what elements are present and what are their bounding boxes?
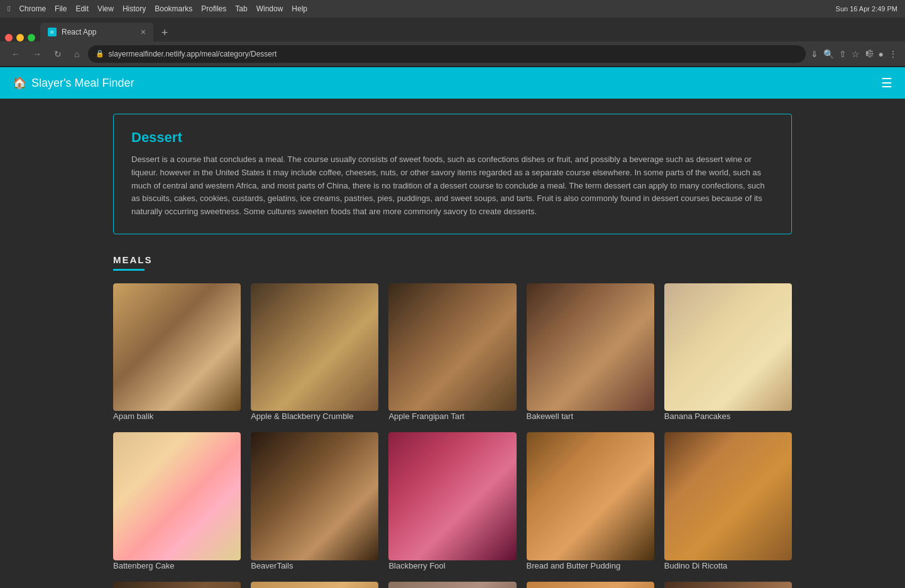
zoom-icon[interactable]: 🔍 <box>823 49 834 59</box>
os-menu-edit[interactable]: Edit <box>75 4 89 13</box>
meal-card[interactable]: Budino Di Ricotta <box>664 432 792 571</box>
meal-image <box>527 582 654 588</box>
meals-heading-underline <box>113 269 145 271</box>
forward-button[interactable]: → <box>29 46 45 62</box>
hamburger-menu-button[interactable]: ☰ <box>881 75 892 90</box>
maximize-window-button[interactable] <box>28 34 35 41</box>
meal-grid: Apam balik Apple & Blackberry Crumble Ap… <box>113 283 792 572</box>
meal-image <box>251 582 378 588</box>
meal-card[interactable]: Apam balik <box>113 283 241 422</box>
url-input[interactable]: 🔒 slayermealfinder.netlify.app/meal/cate… <box>88 45 805 63</box>
browser-tab-active[interactable]: R React App × <box>40 23 153 41</box>
tab-close-button[interactable]: × <box>141 27 146 37</box>
browser-toolbar-icons: ⇓ 🔍 ⇧ ☆ 🨖 ● ⋮ <box>811 49 897 59</box>
back-button[interactable]: ← <box>8 46 24 62</box>
meal-name: Apple & Blackberry Crumble <box>251 411 378 422</box>
meal-name: Blackberry Fool <box>388 560 516 572</box>
meal-name: Bakewell tart <box>527 411 654 422</box>
meal-card[interactable]: Banana Pancakes <box>664 283 792 422</box>
meal-card[interactable]: BeaverTails <box>251 432 378 571</box>
category-description: Dessert is a course that concludes a mea… <box>131 153 774 219</box>
tab-favicon: R <box>48 28 57 36</box>
meal-name: Battenberg Cake <box>113 560 241 572</box>
close-window-button[interactable] <box>5 34 13 41</box>
home-icon: 🏠 <box>13 76 26 90</box>
meal-name: Budino Di Ricotta <box>664 560 792 572</box>
os-menu-window[interactable]: Window <box>256 4 283 13</box>
tab-bar: R React App × + <box>0 18 905 41</box>
meal-card[interactable] <box>527 582 654 588</box>
extensions-icon[interactable]: 🨖 <box>865 49 874 59</box>
reload-button[interactable]: ↻ <box>50 46 65 62</box>
bookmark-icon[interactable]: ☆ <box>852 49 860 59</box>
download-icon[interactable]: ⇓ <box>811 49 818 59</box>
meal-card[interactable]: Bakewell tart <box>527 283 654 422</box>
meal-image <box>113 432 241 560</box>
meal-image <box>251 432 378 560</box>
meal-card[interactable] <box>388 582 516 588</box>
minimize-window-button[interactable] <box>16 34 24 41</box>
category-info-box: Dessert Dessert is a course that conclud… <box>113 114 792 234</box>
os-menu-bookmarks[interactable]: Bookmarks <box>155 4 192 13</box>
os-time: Sun 16 Apr 2:49 PM <box>836 5 897 13</box>
meal-image <box>388 283 516 411</box>
meal-name: Banana Pancakes <box>664 411 792 422</box>
meal-name: Apple Frangipan Tart <box>388 411 516 422</box>
meal-card[interactable] <box>113 582 241 588</box>
main-content: Dessert Dessert is a course that conclud… <box>0 99 905 588</box>
meal-grid-partial <box>113 582 792 588</box>
meal-name: Apam balik <box>113 411 241 422</box>
meal-image <box>388 432 516 560</box>
brand-name: Slayer's Meal Finder <box>31 77 134 90</box>
more-icon[interactable]: ⋮ <box>889 49 897 59</box>
brand-logo: 🏠 Slayer's Meal Finder <box>13 76 134 90</box>
os-menu-profiles[interactable]: Profiles <box>201 4 226 13</box>
meal-image <box>527 283 654 411</box>
tab-title: React App <box>62 28 136 36</box>
os-status-bar: Sun 16 Apr 2:49 PM <box>836 5 897 13</box>
address-bar: ← → ↻ ⌂ 🔒 slayermealfinder.netlify.app/m… <box>0 41 905 67</box>
url-text: slayermealfinder.netlify.app/meal/catego… <box>108 50 277 58</box>
meal-image <box>113 582 241 588</box>
meal-image <box>664 582 792 588</box>
os-menu-view[interactable]: View <box>97 4 114 13</box>
new-tab-button[interactable]: + <box>156 24 173 41</box>
meal-image <box>664 432 792 560</box>
meal-image <box>113 283 241 411</box>
share-icon[interactable]: ⇧ <box>839 49 847 59</box>
apple-icon[interactable]:  <box>8 4 10 13</box>
meal-card[interactable] <box>664 582 792 588</box>
meal-card[interactable]: Battenberg Cake <box>113 432 241 571</box>
os-menu-help[interactable]: Help <box>292 4 307 13</box>
meal-card[interactable]: Bread and Butter Pudding <box>527 432 654 571</box>
category-title: Dessert <box>131 129 774 146</box>
meals-section: MEALS Apam balik Apple & Blackberry Crum… <box>113 254 792 588</box>
traffic-lights <box>5 34 35 41</box>
home-button[interactable]: ⌂ <box>70 46 83 62</box>
meal-image <box>388 582 516 588</box>
os-menu-tab[interactable]: Tab <box>235 4 247 13</box>
meal-image <box>251 283 378 411</box>
meal-card[interactable]: Apple Frangipan Tart <box>388 283 516 422</box>
app-header: 🏠 Slayer's Meal Finder ☰ <box>0 67 905 99</box>
meal-image <box>664 283 792 411</box>
meal-name: Bread and Butter Pudding <box>527 560 654 572</box>
os-menu-file[interactable]: File <box>55 4 67 13</box>
os-menu-history[interactable]: History <box>123 4 146 13</box>
lock-icon: 🔒 <box>96 50 104 58</box>
os-menu-chrome[interactable]: Chrome <box>19 4 46 13</box>
os-menu-bar:  Chrome File Edit View History Bookmark… <box>8 4 307 13</box>
meal-card[interactable] <box>251 582 378 588</box>
meal-card[interactable]: Apple & Blackberry Crumble <box>251 283 378 422</box>
browser-chrome: R React App × + ← → ↻ ⌂ 🔒 slayermealfind… <box>0 18 905 67</box>
os-top-bar:  Chrome File Edit View History Bookmark… <box>0 0 905 18</box>
meal-image <box>527 432 654 560</box>
meals-heading: MEALS <box>113 254 792 265</box>
meal-card[interactable]: Blackberry Fool <box>388 432 516 571</box>
profile-icon[interactable]: ● <box>879 49 884 59</box>
meal-name: BeaverTails <box>251 560 378 572</box>
